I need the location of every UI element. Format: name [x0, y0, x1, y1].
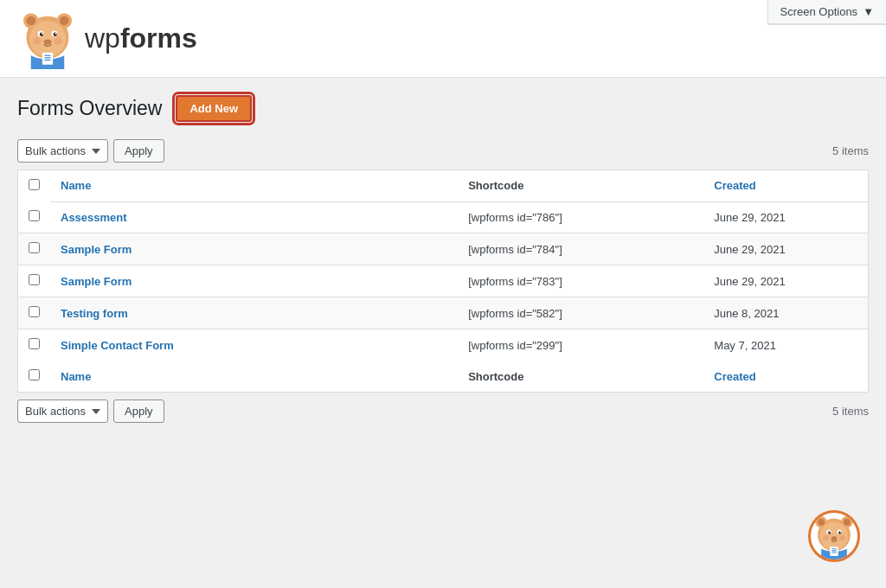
table-body: Assessment[wpforms id="786"]June 29, 202…: [18, 201, 869, 361]
logo-area: wpforms: [17, 9, 197, 69]
col-footer-created-link[interactable]: Created: [714, 370, 755, 383]
table-row: Simple Contact Form[wpforms id="299"]May…: [18, 329, 869, 361]
svg-point-13: [33, 37, 41, 45]
forms-table: Name Shortcode Created Assessment[wpform…: [17, 169, 869, 393]
row-checkbox-cell: [18, 265, 51, 297]
row-checkbox[interactable]: [29, 338, 40, 349]
row-shortcode-cell: [wpforms id="582"]: [458, 297, 703, 329]
header: wpforms Screen Options ▼: [0, 0, 886, 78]
svg-point-4: [60, 16, 69, 25]
page-title: Forms Overview: [17, 97, 162, 120]
svg-point-8: [40, 32, 43, 35]
toolbar-left: Bulk actions Apply: [17, 139, 164, 163]
table-footer-row: Name Shortcode Created: [18, 361, 869, 393]
row-checkbox[interactable]: [29, 242, 40, 253]
row-created-cell: May 7, 2021: [703, 329, 868, 361]
col-name-link[interactable]: Name: [61, 179, 91, 192]
row-name-cell: Sample Form: [50, 233, 458, 265]
wpforms-logo-bear: [17, 9, 78, 69]
add-new-button[interactable]: Add New: [176, 95, 252, 122]
col-footer-name: Name: [50, 361, 458, 393]
footer-checkbox-cell: [18, 361, 51, 393]
svg-point-9: [54, 32, 57, 35]
form-name-link[interactable]: Testing form: [61, 307, 128, 320]
row-shortcode-cell: [wpforms id="299"]: [458, 329, 703, 361]
main-content: Forms Overview Add New Bulk actions Appl…: [0, 78, 886, 440]
col-footer-shortcode: Shortcode: [458, 361, 703, 393]
form-name-link[interactable]: Simple Contact Form: [61, 339, 174, 352]
logo-text: wpforms: [85, 22, 197, 54]
bulk-actions-select-bottom[interactable]: Bulk actions: [17, 399, 108, 423]
table-row: Testing form[wpforms id="582"]June 8, 20…: [18, 297, 869, 329]
bottom-toolbar: Bulk actions Apply 5 items: [17, 399, 869, 423]
screen-options-bar: Screen Options ▼: [767, 0, 886, 25]
apply-button-bottom[interactable]: Apply: [113, 399, 164, 423]
row-checkbox-cell: [18, 233, 51, 265]
form-name-link[interactable]: Assessment: [61, 211, 127, 224]
row-checkbox-cell: [18, 329, 51, 361]
select-all-checkbox-bottom[interactable]: [29, 369, 40, 380]
select-all-checkbox-top[interactable]: [29, 179, 40, 190]
svg-point-14: [55, 37, 62, 45]
row-name-cell: Assessment: [50, 201, 458, 233]
svg-point-10: [42, 33, 43, 35]
form-name-link[interactable]: Sample Form: [61, 243, 132, 256]
col-footer-name-link[interactable]: Name: [61, 370, 91, 383]
form-name-link[interactable]: Sample Form: [61, 275, 132, 288]
row-name-cell: Testing form: [50, 297, 458, 329]
row-checkbox[interactable]: [29, 210, 40, 221]
row-checkbox-cell: [18, 201, 51, 233]
screen-options-button[interactable]: Screen Options ▼: [768, 0, 886, 24]
apply-button-top[interactable]: Apply: [113, 139, 164, 163]
row-name-cell: Sample Form: [50, 265, 458, 297]
bottom-toolbar-left: Bulk actions Apply: [17, 399, 164, 423]
row-created-cell: June 29, 2021: [703, 233, 868, 265]
row-created-cell: June 29, 2021: [703, 201, 868, 233]
screen-options-label: Screen Options: [780, 5, 858, 18]
row-shortcode-cell: [wpforms id="786"]: [458, 201, 703, 233]
bulk-actions-select-top[interactable]: Bulk actions: [17, 139, 108, 163]
row-shortcode-cell: [wpforms id="784"]: [458, 233, 703, 265]
svg-point-11: [55, 33, 57, 35]
svg-rect-15: [42, 52, 53, 64]
row-checkbox[interactable]: [29, 306, 40, 317]
table-row: Assessment[wpforms id="786"]June 29, 202…: [18, 201, 869, 233]
row-created-cell: June 8, 2021: [703, 297, 868, 329]
svg-point-3: [27, 16, 36, 25]
col-header-shortcode: Shortcode: [458, 170, 703, 202]
table-header-row: Name Shortcode Created: [18, 170, 869, 202]
row-checkbox-cell: [18, 297, 51, 329]
top-toolbar: Bulk actions Apply 5 items: [17, 139, 869, 163]
header-checkbox-cell: [18, 170, 51, 202]
row-name-cell: Simple Contact Form: [50, 329, 458, 361]
svg-point-12: [44, 39, 52, 44]
items-count-bottom: 5 items: [832, 405, 869, 418]
col-header-created: Created: [703, 170, 868, 202]
row-checkbox[interactable]: [29, 274, 40, 285]
row-created-cell: June 29, 2021: [703, 265, 868, 297]
row-shortcode-cell: [wpforms id="783"]: [458, 265, 703, 297]
col-footer-created: Created: [703, 361, 868, 393]
table-row: Sample Form[wpforms id="783"]June 29, 20…: [18, 265, 869, 297]
screen-options-arrow-icon: ▼: [863, 5, 874, 18]
page-title-area: Forms Overview Add New: [17, 95, 869, 122]
col-header-name: Name: [50, 170, 458, 202]
col-created-link[interactable]: Created: [714, 179, 755, 192]
table-row: Sample Form[wpforms id="784"]June 29, 20…: [18, 233, 869, 265]
items-count-top: 5 items: [832, 144, 869, 157]
